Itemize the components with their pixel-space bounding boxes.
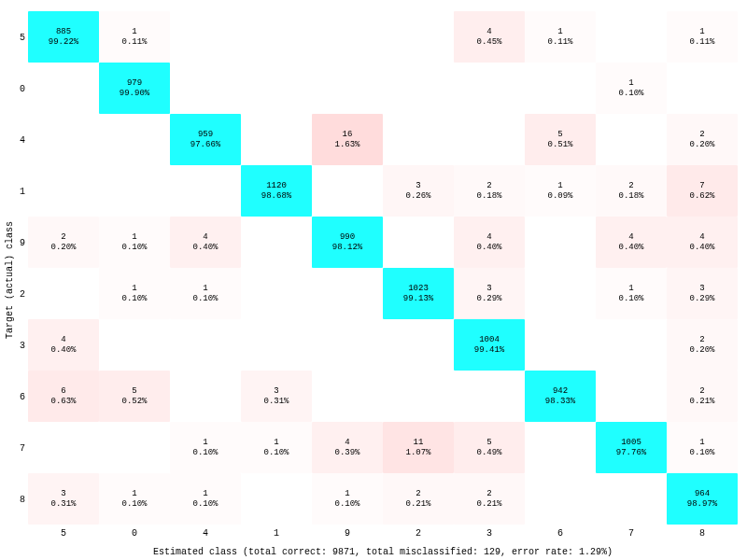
matrix-cell	[454, 63, 525, 114]
matrix-cell	[525, 63, 596, 114]
matrix-cell	[99, 165, 170, 217]
cell-count: 959	[198, 130, 213, 139]
cell-pct: 0.20%	[50, 243, 76, 252]
matrix-cell	[383, 114, 454, 165]
cell-pct: 0.10%	[334, 499, 359, 509]
cell-pct: 98.33%	[545, 397, 575, 406]
matrix-cell	[241, 217, 312, 268]
matrix-cell: 96498.97%	[667, 473, 738, 525]
y-tick: 8	[14, 494, 25, 504]
matrix-cell: 20.20%	[28, 217, 99, 268]
x-tick: 8	[699, 528, 705, 539]
matrix-cell	[312, 165, 383, 217]
matrix-cell	[28, 268, 99, 319]
matrix-cell	[454, 114, 525, 165]
matrix-cell	[28, 114, 99, 165]
cell-count: 1	[132, 232, 136, 242]
cell-pct: 0.52%	[121, 397, 147, 406]
matrix-cell: 94298.33%	[525, 371, 596, 422]
matrix-cell: 10.11%	[667, 11, 738, 63]
y-tick: 5	[14, 32, 25, 42]
cell-pct: 99.13%	[403, 294, 433, 303]
cell-pct: 0.10%	[618, 294, 643, 303]
cell-count: 2	[486, 489, 491, 498]
matrix-cell	[28, 63, 99, 114]
cell-pct: 0.26%	[405, 191, 430, 201]
cell-count: 1	[132, 284, 136, 293]
matrix-cell	[170, 11, 241, 63]
cell-pct: 1.07%	[405, 448, 430, 457]
matrix-cell	[454, 371, 525, 422]
cell-pct: 0.51%	[547, 140, 572, 149]
matrix-cell	[383, 217, 454, 268]
cell-pct: 0.11%	[121, 37, 147, 47]
cell-count: 4	[61, 335, 65, 344]
cell-pct: 0.10%	[192, 448, 218, 457]
cell-count: 2	[628, 181, 633, 190]
matrix-cell	[241, 114, 312, 165]
x-tick: 4	[203, 528, 208, 539]
x-tick: 7	[628, 528, 634, 539]
matrix-cell: 10.10%	[596, 63, 667, 114]
matrix-cell: 10.10%	[170, 422, 241, 473]
matrix-cell: 10.10%	[241, 422, 312, 473]
matrix-cell: 20.21%	[667, 371, 738, 422]
cell-count: 2	[61, 232, 65, 242]
cell-count: 6	[61, 386, 65, 396]
matrix-cell	[312, 319, 383, 371]
cell-count: 4	[628, 232, 633, 242]
cell-pct: 0.10%	[121, 294, 147, 303]
cell-count: 1005	[621, 438, 641, 447]
matrix-cell	[525, 319, 596, 371]
matrix-cell	[241, 319, 312, 371]
matrix-cell: 40.40%	[454, 217, 525, 268]
matrix-cell	[241, 473, 312, 525]
cell-pct: 0.21%	[689, 397, 714, 406]
cell-count: 1	[203, 438, 207, 447]
matrix-cell	[241, 63, 312, 114]
cell-count: 2	[699, 386, 704, 396]
cell-pct: 0.10%	[618, 89, 643, 98]
cell-pct: 0.10%	[689, 448, 714, 457]
cell-pct: 0.21%	[405, 499, 430, 509]
cell-pct: 98.12%	[332, 243, 362, 252]
cell-count: 1	[628, 284, 633, 293]
matrix-cell	[596, 319, 667, 371]
cell-count: 1	[699, 438, 704, 447]
matrix-cell: 10.10%	[170, 473, 241, 525]
matrix-cell	[596, 371, 667, 422]
matrix-cell	[99, 422, 170, 473]
cell-count: 2	[699, 335, 704, 344]
cell-count: 1	[203, 489, 207, 498]
cell-pct: 0.39%	[334, 448, 359, 457]
matrix-cell	[312, 63, 383, 114]
cell-count: 3	[416, 181, 420, 190]
cell-count: 1	[203, 284, 207, 293]
matrix-cell: 50.51%	[525, 114, 596, 165]
cell-pct: 0.40%	[689, 243, 714, 252]
x-tick: 1	[274, 528, 279, 539]
matrix-cell: 112098.68%	[241, 165, 312, 217]
matrix-cell	[241, 11, 312, 63]
matrix-cell: 40.40%	[170, 217, 241, 268]
cell-pct: 0.40%	[476, 243, 501, 252]
matrix-cell: 88599.22%	[28, 11, 99, 63]
y-tick: 3	[14, 340, 25, 350]
cell-count: 3	[274, 386, 278, 396]
x-tick: 2	[416, 528, 421, 539]
y-tick: 0	[14, 83, 25, 93]
matrix-cell: 40.39%	[312, 422, 383, 473]
matrix-cell	[170, 319, 241, 371]
matrix-cell: 60.63%	[28, 371, 99, 422]
cell-count: 1	[557, 181, 562, 190]
cell-pct: 1.63%	[334, 140, 359, 149]
matrix-cell: 10.09%	[525, 165, 596, 217]
cell-count: 1004	[479, 335, 500, 344]
cell-pct: 0.29%	[689, 294, 714, 303]
cell-count: 7	[699, 181, 704, 190]
matrix-cell	[170, 165, 241, 217]
matrix-cell: 50.52%	[99, 371, 170, 422]
cell-count: 964	[695, 489, 710, 498]
cell-pct: 0.31%	[50, 499, 76, 509]
matrix-cell	[99, 114, 170, 165]
